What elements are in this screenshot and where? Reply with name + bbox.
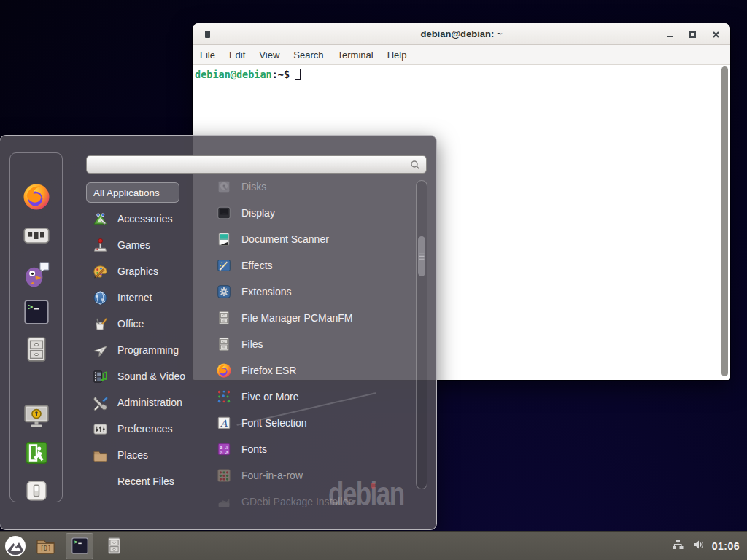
- terminal-task-button[interactable]: [66, 533, 93, 559]
- terminal-menubar: File Edit View Search Terminal Help: [193, 45, 730, 65]
- programming-icon: [91, 341, 109, 359]
- effects-icon: [215, 257, 232, 274]
- debian-swirl-dot: [371, 483, 376, 489]
- file-cabinet-icon: [22, 335, 51, 364]
- firefox-icon: [215, 362, 232, 379]
- window-title: debian@debian: ~: [193, 28, 730, 39]
- display-icon: [215, 205, 232, 222]
- app-disks[interactable]: Disks: [208, 174, 414, 200]
- fonts-icon: [215, 441, 232, 458]
- shut-down-icon: [24, 478, 49, 503]
- favorite-terminal-button[interactable]: [22, 298, 51, 330]
- internet-icon: [91, 289, 109, 306]
- app-fonts[interactable]: Fonts: [208, 436, 414, 462]
- file-cabinet-icon: [104, 536, 124, 556]
- volume-tray-icon[interactable]: [692, 538, 705, 554]
- terminal-icon: [22, 298, 51, 327]
- category-list: All Applications Accessories Games Graph…: [86, 179, 209, 494]
- menu-help[interactable]: Help: [387, 50, 407, 61]
- pidgin-icon: [22, 259, 51, 288]
- shell-prompt: debian@debian:~$: [195, 69, 301, 80]
- shut-down-button[interactable]: [24, 478, 49, 506]
- category-sound-video[interactable]: Sound & Video: [86, 363, 209, 389]
- lock-screen-button[interactable]: [22, 401, 51, 433]
- close-icon: [712, 31, 720, 39]
- favorite-pidgin-button[interactable]: [22, 259, 51, 291]
- app-effects[interactable]: Effects: [208, 252, 414, 279]
- category-internet[interactable]: Internet: [86, 284, 209, 311]
- menu-button[interactable]: [0, 532, 31, 560]
- category-recent-files[interactable]: Recent Files: [86, 468, 209, 494]
- file-manager-launcher[interactable]: [31, 532, 60, 560]
- debian-watermark: debian: [328, 474, 404, 513]
- firefox-icon: [22, 182, 51, 211]
- document-scanner-icon: [215, 231, 232, 248]
- category-preferences[interactable]: Preferences: [86, 416, 209, 442]
- app-firefox-esr[interactable]: Firefox ESR: [208, 357, 414, 384]
- terminal-icon: [70, 536, 90, 556]
- prompt-path: :~$: [272, 69, 290, 80]
- close-button[interactable]: [712, 31, 720, 39]
- search-icon: [409, 159, 421, 171]
- extensions-icon: [215, 284, 232, 300]
- file-cabinet-icon: [215, 310, 232, 327]
- scrollbar-grip-icon: [419, 253, 425, 260]
- category-graphics[interactable]: Graphics: [86, 258, 209, 284]
- app-display[interactable]: Display: [208, 200, 414, 226]
- terminal-titlebar[interactable]: debian@debian: ~: [193, 23, 730, 45]
- clock[interactable]: 01:06: [712, 540, 740, 552]
- favorite-settings-button[interactable]: [22, 221, 51, 253]
- search-input[interactable]: [87, 156, 409, 173]
- office-icon: [91, 315, 109, 332]
- font-selection-icon: [215, 415, 232, 432]
- app-files[interactable]: Files: [208, 331, 414, 357]
- disks-icon: [215, 179, 232, 195]
- menu-view[interactable]: View: [259, 50, 279, 61]
- menu-scrollbar[interactable]: [416, 180, 427, 489]
- terminal-scrollbar-thumb[interactable]: [721, 66, 728, 376]
- games-icon: [91, 236, 109, 254]
- category-accessories[interactable]: Accessories: [86, 206, 209, 232]
- menu-logo-icon: [4, 535, 26, 557]
- gdebi-icon: [215, 494, 232, 510]
- app-file-manager-pcmanfm[interactable]: File Manager PCManFM: [208, 305, 414, 331]
- app-font-selection[interactable]: Font Selection: [208, 410, 414, 436]
- menu-file[interactable]: File: [200, 50, 215, 61]
- category-games[interactable]: Games: [86, 232, 209, 258]
- file-cabinet-icon: [215, 336, 232, 353]
- log-out-icon: [23, 440, 50, 466]
- five-or-more-icon: [215, 389, 232, 405]
- folder-icon: [35, 535, 56, 556]
- app-document-scanner[interactable]: Document Scanner: [208, 226, 414, 252]
- log-out-button[interactable]: [23, 440, 50, 469]
- terminal-scrollbar[interactable]: [721, 66, 729, 376]
- app-five-or-more[interactable]: Five or More: [208, 384, 414, 410]
- graphics-icon: [91, 262, 109, 280]
- application-list: Disks Display Document Scanner Effects E…: [208, 174, 414, 515]
- lock-screen-icon: [22, 401, 51, 430]
- favorites-column: [9, 152, 63, 502]
- category-all-applications[interactable]: All Applications: [86, 179, 209, 206]
- category-programming[interactable]: Programming: [86, 337, 209, 363]
- favorite-firefox-button[interactable]: [22, 182, 51, 214]
- files-launcher[interactable]: [99, 532, 128, 560]
- network-tray-icon[interactable]: [671, 538, 684, 554]
- favorite-files-button[interactable]: [22, 335, 51, 367]
- category-places[interactable]: Places: [86, 442, 209, 468]
- menu-search[interactable]: Search: [293, 50, 323, 61]
- menu-edit[interactable]: Edit: [229, 50, 245, 61]
- sound-video-icon: [91, 368, 109, 385]
- four-in-a-row-icon: [215, 467, 232, 484]
- accessories-icon: [91, 210, 109, 228]
- preferences-icon: [91, 420, 109, 438]
- category-office[interactable]: Office: [86, 311, 209, 337]
- search-box: [86, 155, 427, 174]
- app-extensions[interactable]: Extensions: [208, 279, 414, 305]
- maximize-button[interactable]: [689, 31, 697, 39]
- places-icon: [91, 446, 109, 464]
- category-administration[interactable]: Administration: [86, 389, 209, 416]
- minimize-button[interactable]: [665, 31, 673, 39]
- menu-terminal[interactable]: Terminal: [338, 50, 374, 61]
- application-menu: All Applications Accessories Games Graph…: [0, 135, 437, 530]
- menu-scrollbar-thumb[interactable]: [418, 236, 425, 276]
